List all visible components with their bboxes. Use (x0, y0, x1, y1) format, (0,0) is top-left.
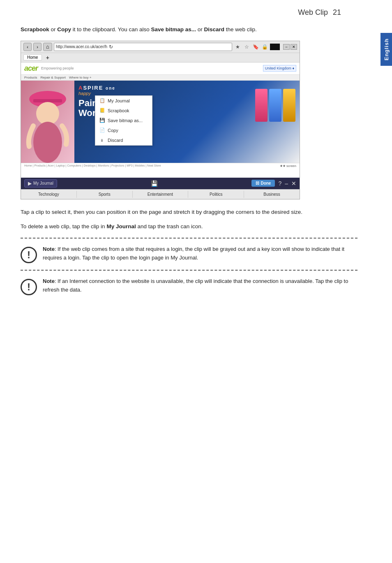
browser-content-area: acer Empowering people United Kingdom ♦ … (21, 63, 300, 178)
note-text-2: Note: If an Internet connection to the w… (43, 277, 357, 294)
para2-post: and tap the trash can icon. (136, 223, 203, 229)
journal-icon: 📋 (99, 98, 105, 104)
note-content-2: : If an Internet connection to the websi… (43, 278, 348, 293)
done-button[interactable]: ☒ Done (251, 180, 275, 187)
nav-link-support: Repair & Support (41, 76, 66, 79)
browser-bottom-toolbar: ▶ My Journal 💾 ☒ Done ? – ✕ (21, 178, 300, 189)
context-menu[interactable]: 📋 My Journal 📒 Scrapbook 💾 Save bitmap a… (95, 95, 152, 146)
discard-bold: Discard (204, 26, 225, 32)
close-x-icon[interactable]: ✕ (291, 180, 296, 187)
discard-icon: ⩰ (99, 137, 105, 143)
menu-label-copy: Copy (108, 128, 118, 133)
back-button[interactable]: ‹ (23, 43, 32, 51)
girl-photo (21, 81, 74, 163)
close-button[interactable]: ✕ (291, 44, 297, 50)
menu-item-discard[interactable]: ⩰ Discard (95, 135, 152, 145)
body-paragraph-2: To delete a web clip, tap the clip in My… (21, 222, 357, 231)
minimize-button[interactable]: – (283, 44, 290, 50)
acer-main-content: 📋 My Journal 📒 Scrapbook 💾 Save bitmap a… (21, 81, 300, 163)
help-icon[interactable]: ? (278, 180, 281, 187)
promo-decoration (255, 89, 295, 122)
language-tab: English (380, 33, 392, 66)
star-outline-icon[interactable]: ☆ (243, 43, 250, 51)
home-button[interactable]: ⌂ (43, 43, 52, 51)
star-filled-icon[interactable]: ★ (234, 43, 241, 51)
done-checkbox-icon: ☒ (256, 181, 259, 185)
browser-toolbar-icons: ★ ☆ 🔖 🔒 (234, 43, 280, 51)
svg-rect-2 (33, 99, 62, 102)
body-paragraph-1: Tap a clip to select it, then you can po… (21, 208, 357, 217)
acer-nav-links: Products Repair & Support Where to buy + (21, 75, 300, 81)
forward-button[interactable]: › (33, 43, 42, 51)
dashed-divider-1 (21, 238, 357, 239)
lock-icon[interactable]: 🔒 (261, 43, 268, 51)
tab-new[interactable]: + (44, 54, 52, 61)
acer-logo: acer (24, 64, 38, 73)
tab-sports[interactable]: Sports (77, 191, 133, 198)
window-controls: – ✕ (283, 44, 297, 50)
para2-pre: To delete a web clip, tap the clip in (21, 223, 106, 229)
url-text: http://www.acer.co.uk/acer/h (56, 44, 107, 49)
tab-politics[interactable]: Politics (188, 191, 244, 198)
note-inner-1: ! Note: If the web clip comes from a sit… (21, 242, 357, 263)
menu-item-save-bitmap[interactable]: 💾 Save bitmap as... (95, 116, 152, 125)
refresh-icon[interactable]: ↻ (109, 44, 113, 50)
page-title: Web Clip (298, 8, 328, 17)
browser-tabs-row: Home + (21, 53, 300, 63)
girl-svg (21, 81, 74, 163)
copy-bold: Copy (57, 26, 71, 32)
dashed-divider-2 (21, 270, 357, 271)
nav-link-wheretobuy: Where to buy + (69, 76, 91, 79)
svg-point-4 (33, 122, 62, 163)
browser-chrome: ‹ › ⌂ http://www.acer.co.uk/acer/h ↻ ★ ☆… (21, 41, 300, 53)
nav-link-products: Products (24, 76, 37, 79)
menu-label-save-bitmap: Save bitmap as... (108, 118, 143, 123)
product-image (21, 81, 74, 163)
scrapbook-bold: Scrapbook (21, 26, 49, 32)
note-content-1: : If the web clip comes from a site that… (43, 246, 344, 261)
note-exclamation-icon-1: ! (21, 247, 37, 263)
svg-point-3 (36, 102, 59, 125)
acer-site-footer: Home | Products | Acer | Laptop | Comput… (21, 163, 300, 169)
acer-region: United Kingdom ♦ (263, 65, 296, 72)
acer-website: acer Empowering people United Kingdom ♦ … (21, 63, 300, 178)
save-icon-btn[interactable]: 💾 (151, 180, 158, 187)
note-bold-2: Note (43, 278, 55, 284)
scrapbook-icon: 📒 (99, 108, 105, 114)
menu-item-copy[interactable]: 📄 Copy (95, 125, 152, 135)
my-journal-icon: ▶ (28, 181, 32, 186)
note-box-2: ! Note: If an Internet connection to the… (21, 270, 357, 295)
tab-entertainment[interactable]: Entertainment (133, 191, 189, 198)
browser-screenshot: ‹ › ⌂ http://www.acer.co.uk/acer/h ↻ ★ ☆… (21, 41, 300, 199)
tab-business[interactable]: Business (244, 191, 300, 198)
menu-label-scrapbook: Scrapbook (108, 108, 129, 113)
acer-navbar: acer Empowering people United Kingdom ♦ (21, 63, 300, 75)
menu-bar-icon[interactable] (270, 44, 280, 50)
bookmark-icon[interactable]: 🔖 (252, 43, 259, 51)
menu-item-scrapbook[interactable]: 📒 Scrapbook (95, 106, 152, 116)
menu-label-journal: My Journal (108, 98, 130, 103)
page-header: Web Clip 21 (21, 8, 357, 17)
my-journal-button[interactable]: ▶ My Journal (24, 179, 57, 188)
page-number: 21 (333, 8, 341, 17)
save-bitmap-bold: Save bitmap as... (151, 26, 196, 32)
copy-icon: 📄 (99, 127, 105, 133)
menu-item-my-journal[interactable]: 📋 My Journal (95, 96, 152, 106)
note-text-1: Note: If the web clip comes from a site … (43, 245, 357, 262)
save-bitmap-icon: 💾 (99, 118, 105, 123)
my-journal-label: My Journal (33, 181, 53, 185)
done-label: Done (261, 181, 271, 185)
note-box-1: ! Note: If the web clip comes from a sit… (21, 238, 357, 263)
tab-technology[interactable]: Technology (21, 191, 77, 198)
note-exclamation-icon-2: ! (21, 279, 37, 295)
bottom-category-tabs: Technology Sports Entertainment Politics… (21, 189, 300, 199)
minimize-icon[interactable]: – (285, 180, 288, 187)
note-inner-2: ! Note: If an Internet connection to the… (21, 274, 357, 295)
tab-home[interactable]: Home (23, 54, 42, 60)
para2-bold: My Journal (106, 223, 136, 229)
address-bar[interactable]: http://www.acer.co.uk/acer/h ↻ (54, 43, 232, 51)
acer-tagline: Empowering people (41, 66, 74, 70)
menu-label-discard: Discard (108, 138, 123, 143)
intro-paragraph: Scrapbook or Copy it to the clipboard. Y… (21, 25, 357, 34)
note-bold-1: Note (43, 246, 55, 252)
